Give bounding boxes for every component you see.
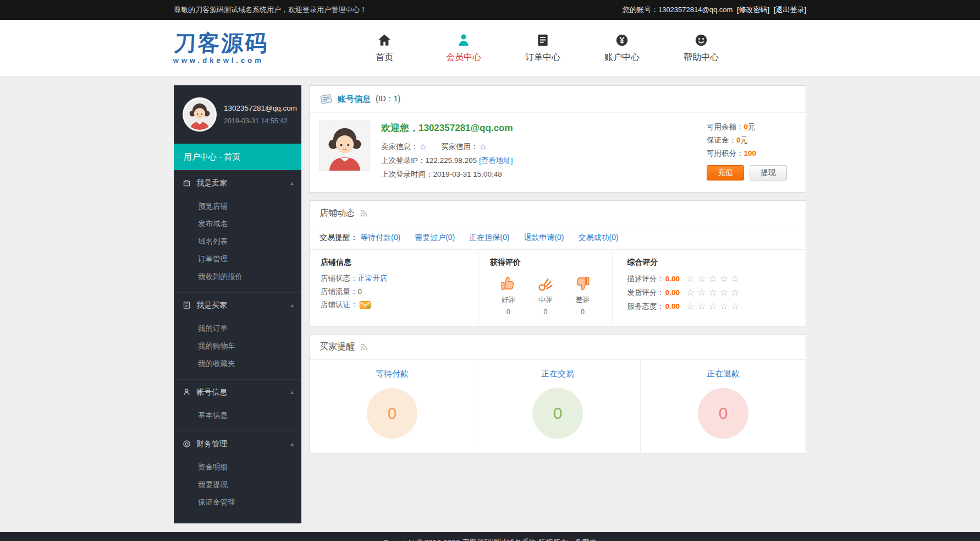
account-info-card: 账号信息 (ID：1) [309,85,806,193]
sidebar-item-my-favorites[interactable]: 我的收藏夹 [174,355,301,373]
sidebar-sublist-seller: 预览店铺 发布域名 域名列表 订单管理 我收到的报价 [174,195,301,292]
user-avatar [183,97,217,132]
count-circle-trading: 0 [532,388,583,439]
buyer-reminder-card: 买家提醒 等待付款 0 正在交易 0 正在退款 0 [309,334,806,453]
star-icon: ☆ [420,140,427,154]
score-shipping-line: 发货评分： 0.00 ☆☆☆☆☆ [627,286,795,299]
section-label: 财务管理 [196,439,227,449]
buyer-columns: 等待付款 0 正在交易 0 正在退款 0 [310,360,806,453]
sidebar-item-order-manage[interactable]: 订单管理 [174,250,301,268]
sidebar-profile: 1302357281@qq.com 2019-03-31 14:55:42 [174,85,301,144]
buyer-card-header: 买家提醒 [310,335,806,360]
shop-card-header: 店铺动态 [310,201,806,226]
shop-traffic-value: 0 [358,285,362,298]
sidebar-item-deposit-manage[interactable]: 保证金管理 [174,494,301,511]
last-ip-value: 122.225.98.205 [425,154,477,167]
sidebar-section-finance-header[interactable]: 财务管理 ▴ [174,431,301,456]
score-service-label: 服务态度： [627,299,664,313]
credit-line: 卖家信息： ☆ 买家信用： ☆ [381,140,513,154]
shop-activity-card: 店铺动态 交易提醒： 等待付款(0) 需要过户(0) 正在担保(0) 退款申请(… [309,200,806,326]
sidebar-item-received-offers[interactable]: 我收到的报价 [174,268,301,286]
buyer-credit-label: 买家信用： [441,140,478,154]
ok-hand-icon [536,286,555,294]
sidebar-item-basic-info[interactable]: 基本信息 [174,407,301,424]
ratings-row: 好评 0 中评 0 [490,272,602,316]
rating-neutral: 中评 0 [536,274,555,316]
page: 1302357281@qq.com 2019-03-31 14:55:42 用户… [0,76,980,523]
logo-title: 刀客源码 [173,31,269,54]
view-address-link[interactable]: [查看地址] [479,154,513,167]
change-password-link[interactable]: [修改密码] [737,6,769,14]
rating-neutral-label: 中评 [536,295,555,305]
reminder-in-escrow-link[interactable]: 正在担保(0) [469,233,509,243]
sidebar-item-withdraw-request[interactable]: 我要提现 [174,476,301,494]
buyer-waiting-payment-link[interactable]: 等待付款 [376,369,409,379]
home-icon [377,33,392,47]
nav-member-center[interactable]: 会员中心 [440,33,487,63]
topbar-account-area: 您的账号：13023572814@qq.com [修改密码] [退出登录] [623,5,806,15]
scores-column: 综合评分 描述评分： 0.00 ☆☆☆☆☆ 发货评分： 0.00 ☆☆☆☆☆ [612,250,806,326]
recharge-button[interactable]: 充值 [707,165,744,181]
topbar: 尊敬的刀客源码测试域名系统用户，欢迎登录用户管理中心！ 您的账号：1302357… [0,0,980,20]
buyer-refunding-link[interactable]: 正在退款 [707,369,740,379]
reminder-refund-request-link[interactable]: 退款申请(0) [524,233,564,243]
reminder-trade-success-link[interactable]: 交易成功(0) [579,233,619,243]
sidebar-section-seller: 我是卖家 ▴ 预览店铺 发布域名 域名列表 订单管理 我收到的报价 [174,170,301,292]
sidebar-item-domain-list[interactable]: 域名列表 [174,233,301,250]
member-icon [456,33,471,47]
sidebar-item-preview-shop[interactable]: 预览店铺 [174,198,301,215]
smiley-icon [694,33,708,47]
sidebar-section-account-header[interactable]: 帐号信息 ▴ [174,379,301,405]
sidebar-item-user-center-home[interactable]: 用户中心 - 首页 [174,144,301,170]
sidebar-sublist-account: 基本信息 [174,405,301,431]
sidebar-item-my-cart[interactable]: 我的购物车 [174,337,301,355]
reminder-transfer-needed-link[interactable]: 需要过户(0) [415,233,455,243]
last-ip-label: 上次登录IP： [381,154,425,167]
logo-subtitle: www.dkewl.com [173,56,268,64]
balance-line: 可用余额：0元 [707,121,787,134]
shop-card-title: 店铺动态 [320,207,355,219]
sidebar-item-fund-details[interactable]: 资金明细 [174,458,301,476]
welcome-text: 尊敬的刀客源码测试域名系统用户，欢迎登录用户管理中心！ [174,5,367,15]
account-label: 您的账号： [623,6,658,14]
points-value: 100 [744,149,757,157]
score-description-line: 描述评分： 0.00 ☆☆☆☆☆ [627,272,795,286]
nav-help-center[interactable]: 帮助中心 [678,33,725,63]
nav-order-center[interactable]: 订单中心 [519,33,566,63]
last-time-line: 上次登录时间： 2019-03-31 15:00:48 [381,167,513,181]
buyer-trading-link[interactable]: 正在交易 [541,369,574,379]
star-rating: ☆☆☆☆☆ [686,299,742,313]
currency-coin-icon [615,33,629,47]
ratings-column: 获得评价 好评 0 [478,250,613,326]
sidebar-section-buyer-header[interactable]: 我是买家 ▴ [174,292,301,318]
shop-status-link[interactable]: 正常开店 [358,272,388,285]
rating-neutral-count: 0 [536,308,555,316]
logo[interactable]: 刀客源码 www.dkewl.com [173,31,269,64]
id-card-icon [320,92,333,106]
rss-icon [360,209,368,217]
shop-status-line: 店铺状态： 正常开店 [321,272,467,285]
nav-account-center[interactable]: 账户中心 [598,33,646,63]
rating-good: 好评 0 [499,274,517,316]
section-label: 我是买家 [196,300,227,310]
nav-label: 会员中心 [446,52,481,63]
rating-bad-label: 差评 [573,295,592,305]
last-ip-line: 上次登录IP： 122.225.98.205 [查看地址] [381,154,513,167]
sidebar-item-my-orders[interactable]: 我的订单 [174,320,301,337]
nav-home[interactable]: 首页 [361,33,408,63]
deposit-value: 0 [736,136,741,144]
sidebar-section-seller-header[interactable]: 我是卖家 ▴ [174,170,301,195]
withdraw-button[interactable]: 提现 [750,165,787,181]
user-icon [183,388,191,396]
sidebar-item-publish-domain[interactable]: 发布域名 [174,215,301,233]
chevron-up-icon: ▴ [290,389,294,396]
logout-link[interactable]: [退出登录] [774,6,806,14]
nav-label: 首页 [376,52,393,63]
chevron-up-icon: ▴ [290,179,294,187]
main-content: 账号信息 (ID：1) [309,85,806,453]
copyright-text: Copyright © 2016-2026 刀客源码测试域名系统 版权所有 - … [383,538,597,541]
balance-buttons: 充值 提现 [707,165,787,181]
trade-reminder-row: 交易提醒： 等待付款(0) 需要过户(0) 正在担保(0) 退款申请(0) 交易… [310,226,806,250]
balance-unit: 元 [748,123,756,131]
reminder-waiting-payment-link[interactable]: 等待付款(0) [360,233,400,243]
